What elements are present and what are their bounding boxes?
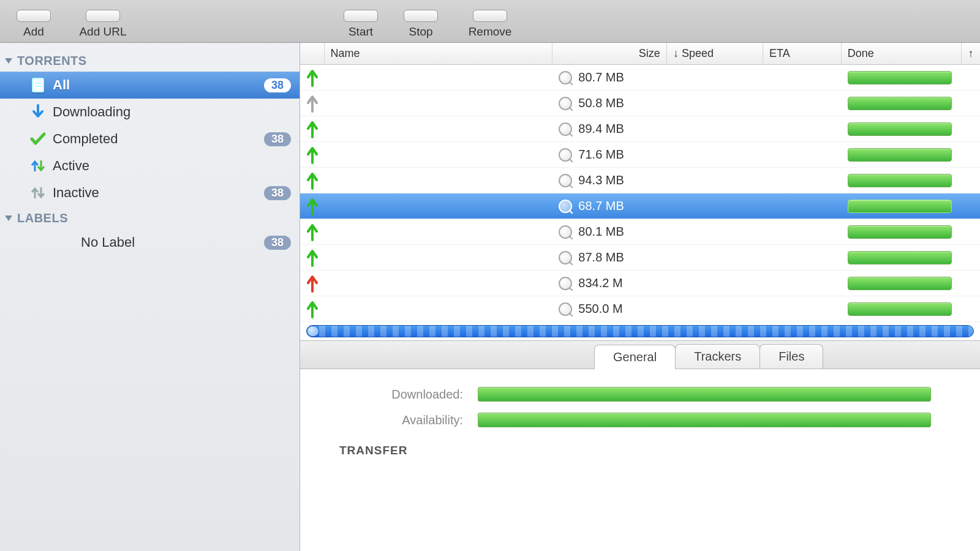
sidebar-group-header[interactable]: LABELS (0, 206, 300, 229)
table-row[interactable]: 89.4 MB (300, 116, 980, 142)
details-panel: GeneralTrackersFiles Downloaded: Availab… (300, 340, 980, 551)
tab-trackers[interactable]: Trackers (675, 344, 760, 369)
cell-speed (667, 193, 763, 219)
cell-done (842, 116, 962, 141)
sidebar-group-header[interactable]: TORRENTS (0, 49, 300, 72)
sidebar-item-label: Inactive (53, 185, 99, 201)
magnify-icon[interactable] (559, 200, 572, 213)
col-up[interactable]: ↑ (962, 43, 980, 64)
progress-bar (848, 174, 952, 187)
availability-bar (478, 413, 931, 427)
add-url-button[interactable]: Add URL (66, 8, 140, 39)
progress-bar (848, 97, 952, 110)
svg-rect-1 (35, 83, 41, 84)
sidebar-item-label: Active (53, 158, 89, 174)
table-row[interactable]: 80.1 MB (300, 219, 980, 245)
cell-size: 71.6 MB (552, 142, 667, 167)
table-row[interactable]: 50.8 MB (300, 91, 980, 116)
count-badge: 38 (264, 78, 291, 92)
svg-rect-2 (35, 86, 41, 87)
cell-done (842, 168, 962, 193)
cell-speed (667, 271, 763, 296)
cell-size: 89.4 MB (552, 116, 667, 141)
content: Name Size ↓ Speed ETA Done ↑ 80.7 MB50.8… (300, 43, 980, 551)
status-arrow-icon (307, 69, 318, 87)
group-title: TORRENTS (17, 54, 87, 68)
progress-bar (848, 302, 952, 316)
stop-label: Stop (393, 25, 448, 39)
cell-speed (667, 245, 763, 270)
cell-size: 80.1 MB (552, 219, 667, 244)
col-eta[interactable]: ETA (763, 43, 842, 64)
cell-speed (667, 296, 763, 321)
magnify-icon[interactable] (559, 174, 572, 187)
cell-eta (763, 168, 842, 193)
table-row[interactable]: 550.0 M (300, 296, 980, 322)
status-arrow-icon (307, 120, 318, 138)
magnify-icon[interactable] (559, 122, 572, 136)
status-arrow-icon (307, 223, 318, 241)
cell-eta (763, 271, 842, 296)
magnify-icon[interactable] (559, 97, 572, 110)
start-label: Start (333, 25, 388, 39)
magnify-icon[interactable] (559, 302, 572, 316)
tab-files[interactable]: Files (760, 344, 823, 369)
cell-speed (667, 91, 763, 116)
status-arrow-icon (307, 94, 318, 113)
sidebar-item-label: Downloading (53, 104, 130, 120)
sidebar-item-inactive[interactable]: Inactive38 (0, 179, 300, 206)
magnify-icon[interactable] (559, 71, 572, 84)
cell-done (842, 271, 962, 296)
magnify-icon[interactable] (559, 277, 572, 290)
table-row[interactable]: 68.7 MB (300, 193, 980, 219)
magnify-icon[interactable] (559, 225, 572, 239)
cell-name (325, 296, 553, 321)
horizontal-scrollbar[interactable] (300, 322, 980, 340)
cell-size: 87.8 MB (552, 245, 667, 270)
cell-eta (763, 65, 842, 90)
tab-general[interactable]: General (594, 345, 676, 369)
col-size[interactable]: Size (552, 43, 667, 64)
sidebar-item-downloading[interactable]: Downloading (0, 99, 300, 126)
col-status[interactable] (300, 43, 325, 64)
play-icon (344, 10, 378, 22)
magnify-icon[interactable] (559, 148, 572, 162)
table-row[interactable]: 80.7 MB (300, 65, 980, 91)
disclosure-triangle-icon (5, 58, 12, 64)
cell-speed (667, 65, 763, 90)
col-name[interactable]: Name (325, 43, 553, 64)
svg-rect-0 (32, 78, 43, 92)
cell-speed (667, 219, 763, 244)
sidebar-item-active[interactable]: Active (0, 152, 300, 179)
table-row[interactable]: 71.6 MB (300, 142, 980, 168)
progress-bar (848, 200, 952, 213)
downloaded-bar (478, 387, 931, 402)
sidebar-item-no-label[interactable]: No Label38 (0, 229, 300, 256)
remove-button[interactable]: Remove (453, 8, 527, 39)
add-button[interactable]: Add (6, 8, 61, 39)
col-speed[interactable]: ↓ Speed (667, 43, 763, 64)
cell-speed (667, 142, 763, 167)
table-row[interactable]: 94.3 MB (300, 168, 980, 193)
start-button[interactable]: Start (333, 8, 388, 39)
table-row[interactable]: 87.8 MB (300, 245, 980, 271)
stop-button[interactable]: Stop (393, 8, 448, 39)
magnify-icon[interactable] (559, 251, 572, 264)
cell-name (325, 193, 553, 219)
sidebar-item-completed[interactable]: Completed38 (0, 126, 300, 152)
add-url-label: Add URL (66, 25, 140, 39)
toolbar: Add Add URL Start Stop Remove (0, 0, 980, 43)
cell-speed (667, 168, 763, 193)
table-row[interactable]: 834.2 M (300, 271, 980, 296)
tab-bar: GeneralTrackersFiles (300, 341, 980, 369)
col-done[interactable]: Done (842, 43, 962, 64)
sidebar: TORRENTSAll38DownloadingCompleted38Activ… (0, 43, 300, 551)
disclosure-triangle-icon (5, 216, 12, 221)
sidebar-item-all[interactable]: All38 (0, 72, 300, 99)
cell-name (325, 91, 553, 116)
sidebar-item-label: No Label (81, 234, 135, 250)
cell-name (325, 271, 553, 296)
status-arrow-icon (307, 197, 318, 216)
status-arrow-icon (307, 146, 318, 164)
progress-bar (848, 148, 952, 162)
